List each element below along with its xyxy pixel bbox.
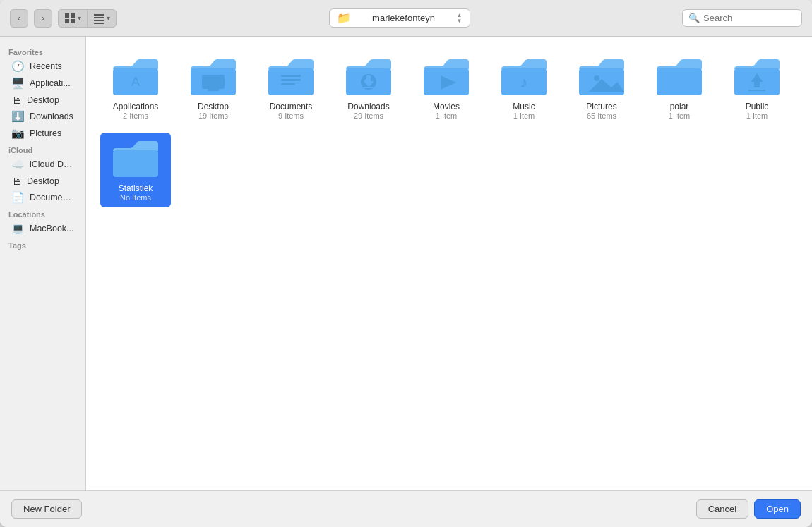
folder-grid-row2: Statistiek No Items xyxy=(100,133,798,207)
location-name: mariekefonteyn xyxy=(372,13,435,23)
sidebar-item-downloads[interactable]: ⬇️ Downloads xyxy=(3,108,83,125)
svg-rect-35 xyxy=(113,150,158,177)
svg-rect-12 xyxy=(208,89,219,91)
location-bar: 📁 mariekefonteyn ▲▼ xyxy=(122,8,676,28)
folder-label-movies: Movies xyxy=(433,102,460,111)
location-pill[interactable]: 📁 mariekefonteyn ▲▼ xyxy=(329,8,470,28)
favorites-label: Favorites xyxy=(0,44,85,58)
folder-desktop[interactable]: Desktop 19 Items xyxy=(178,51,249,126)
folder-grid: A Applications 2 Items xyxy=(100,51,798,126)
locations-label: Locations xyxy=(0,206,85,220)
folder-label-desktop: Desktop xyxy=(198,102,229,111)
file-dialog: ‹ › ▾ ▾ 📁 mariekefonteyn ▲▼ 🔍 xyxy=(0,0,812,527)
sidebar-item-pictures[interactable]: 📷 Pictures xyxy=(3,125,83,142)
folder-count-applications: 2 Items xyxy=(123,111,148,120)
svg-rect-0 xyxy=(65,13,69,18)
cancel-button[interactable]: Cancel xyxy=(696,499,748,519)
svg-rect-16 xyxy=(281,83,295,85)
recents-icon: 🕐 xyxy=(11,60,25,73)
folder-icon-public xyxy=(732,56,782,99)
folder-icon-applications: A xyxy=(110,56,161,99)
svg-rect-33 xyxy=(754,82,760,87)
svg-rect-5 xyxy=(94,17,104,18)
folder-count-pictures: 65 Items xyxy=(587,111,616,120)
desktop-icloud-icon: 🖥 xyxy=(11,175,22,187)
sidebar-item-applications[interactable]: 🖥️ Applicati... xyxy=(3,75,83,92)
folder-count-downloads: 29 Items xyxy=(354,111,383,120)
location-folder-icon: 📁 xyxy=(337,11,351,25)
folder-pictures[interactable]: Pictures 65 Items xyxy=(566,51,637,126)
folder-label-public: Public xyxy=(746,102,769,111)
main-area: Favorites 🕐 Recents 🖥️ Applicati... 🖥 De… xyxy=(0,37,812,490)
folder-label-downloads: Downloads xyxy=(347,102,389,111)
search-input[interactable] xyxy=(703,13,796,23)
folder-icon-music: ♪ xyxy=(498,56,549,99)
folder-icon-desktop xyxy=(188,56,239,99)
folder-icon-statistiek xyxy=(110,138,161,181)
folder-label-statistiek: Statistiek xyxy=(116,183,156,193)
sidebar-item-desktop-icloud[interactable]: 🖥 Desktop xyxy=(3,173,83,189)
sidebar-item-desktop[interactable]: 🖥 Desktop xyxy=(3,92,83,108)
svg-rect-4 xyxy=(94,14,104,16)
desktop-icon: 🖥 xyxy=(11,94,22,106)
bottom-bar: New Folder Cancel Open xyxy=(0,490,812,527)
folder-statistiek[interactable]: Statistiek No Items xyxy=(100,133,171,207)
svg-point-29 xyxy=(594,75,599,81)
sidebar-item-label: Desktop xyxy=(27,95,59,105)
svg-rect-31 xyxy=(657,68,702,95)
folder-label-applications: Applications xyxy=(113,102,159,111)
open-button[interactable]: Open xyxy=(754,499,801,519)
icon-view-button[interactable]: ▾ xyxy=(59,10,88,27)
folder-label-pictures: Pictures xyxy=(586,102,616,111)
back-button[interactable]: ‹ xyxy=(10,9,28,28)
folder-label-documents: Documents xyxy=(270,102,313,111)
sidebar-item-label: Applicati... xyxy=(30,78,71,88)
svg-rect-13 xyxy=(268,68,314,95)
folder-movies[interactable]: Movies 1 Item xyxy=(411,51,482,126)
folder-downloads[interactable]: Downloads 29 Items xyxy=(333,51,404,126)
folder-icon-movies xyxy=(421,56,472,99)
folder-count-polar: 1 Item xyxy=(669,111,691,120)
sidebar-item-icloud-drive[interactable]: ☁️ iCloud Dri... xyxy=(3,156,83,173)
folder-count-public: 1 Item xyxy=(746,111,768,120)
sidebar-item-label: iCloud Dri... xyxy=(30,159,74,169)
applications-icon: 🖥️ xyxy=(11,77,25,90)
folder-count-music: 1 Item xyxy=(513,111,535,120)
sidebar-item-label: MacBook... xyxy=(30,224,74,234)
location-chevrons-icon: ▲▼ xyxy=(457,13,462,24)
sidebar-item-documents-icloud[interactable]: 📄 Documents xyxy=(3,189,83,206)
forward-button[interactable]: › xyxy=(34,9,52,28)
search-box[interactable]: 🔍 xyxy=(682,9,802,27)
sidebar-item-macbook[interactable]: 💻 MacBook... xyxy=(3,220,83,237)
svg-rect-2 xyxy=(65,19,69,23)
svg-rect-23 xyxy=(364,87,374,88)
tags-label: Tags xyxy=(0,237,85,251)
folder-icon-downloads xyxy=(343,56,394,99)
folder-polar[interactable]: polar 1 Item xyxy=(644,51,715,126)
folder-public[interactable]: Public 1 Item xyxy=(722,51,792,126)
folder-label-music: Music xyxy=(513,102,535,111)
view-mode-group: ▾ ▾ xyxy=(58,9,117,28)
sidebar: Favorites 🕐 Recents 🖥️ Applicati... 🖥 De… xyxy=(0,37,86,490)
sidebar-item-label: Documents xyxy=(30,193,74,202)
toolbar: ‹ › ▾ ▾ 📁 mariekefonteyn ▲▼ 🔍 xyxy=(0,0,812,37)
svg-rect-7 xyxy=(94,23,104,24)
svg-rect-1 xyxy=(71,13,75,18)
svg-rect-14 xyxy=(281,75,301,77)
new-folder-button[interactable]: New Folder xyxy=(11,499,82,519)
folder-music[interactable]: ♪ Music 1 Item xyxy=(489,51,559,126)
icloud-drive-icon: ☁️ xyxy=(11,158,25,171)
folder-applications[interactable]: A Applications 2 Items xyxy=(100,51,171,126)
folder-label-polar: polar xyxy=(670,102,689,111)
svg-rect-21 xyxy=(366,75,371,82)
folder-documents[interactable]: Documents 9 Items xyxy=(256,51,326,126)
list-view-button[interactable]: ▾ xyxy=(88,10,116,27)
sidebar-item-recents[interactable]: 🕐 Recents xyxy=(3,58,83,75)
svg-text:♪: ♪ xyxy=(520,73,528,91)
folder-icon-polar xyxy=(654,56,705,99)
content-area: A Applications 2 Items xyxy=(86,37,812,490)
svg-rect-15 xyxy=(281,79,301,81)
svg-rect-11 xyxy=(202,75,225,89)
folder-icon-documents xyxy=(265,56,316,99)
sidebar-item-label: Downloads xyxy=(30,111,73,121)
